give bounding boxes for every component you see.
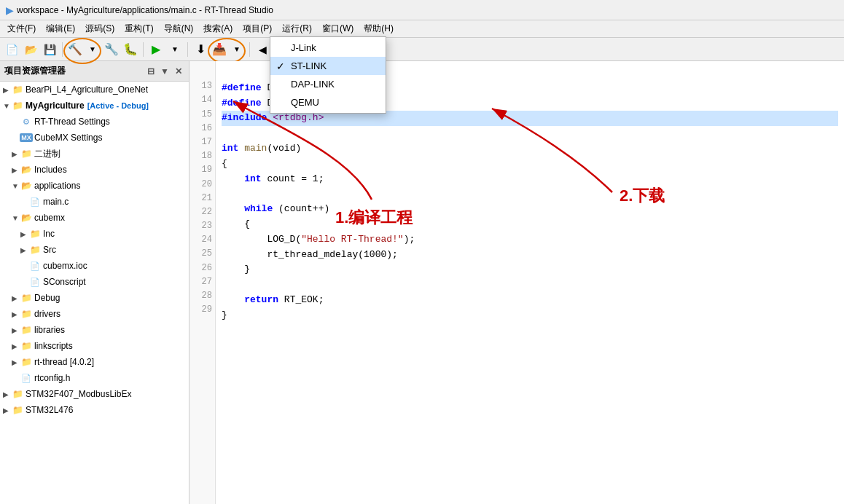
menu-window[interactable]: 窗口(W): [318, 21, 358, 36]
main-c-icon: 📄: [29, 196, 41, 208]
sidebar-collapse-btn[interactable]: ⊟: [145, 66, 157, 77]
prog-dropdown[interactable]: ▼: [228, 41, 246, 58]
cubemx-settings-icon: MX: [20, 132, 32, 143]
menu-help[interactable]: 帮助(H): [359, 21, 398, 36]
tree-item-rt-thread[interactable]: ▶ 📁 rt-thread [4.0.2]: [0, 354, 189, 370]
toolbar-sep-3: [187, 42, 188, 57]
rt-thread-arrow: ▶: [12, 358, 20, 366]
tree-item-stm32l476[interactable]: ▶ 📁 STM32L476: [0, 402, 189, 418]
sidebar-menu-btn[interactable]: ▼: [158, 66, 171, 77]
daplink-option[interactable]: DAP-LINK: [270, 75, 386, 93]
sidebar-title: 项目资源管理器: [4, 65, 66, 77]
new-button[interactable]: 📄: [3, 41, 20, 58]
menu-source[interactable]: 源码(S): [81, 21, 119, 36]
clean-button[interactable]: 🔧: [103, 41, 120, 58]
menu-refactor[interactable]: 重构(T): [120, 21, 157, 36]
stm32f407-arrow: ▶: [3, 390, 12, 398]
build-dropdown[interactable]: ▼: [84, 41, 101, 58]
daplink-label: DAP-LINK: [291, 79, 335, 90]
navigate-back[interactable]: ◀: [254, 41, 271, 58]
save-button[interactable]: 💾: [41, 41, 58, 58]
code-line-20: [222, 186, 838, 202]
code-line-25: }: [222, 262, 838, 277]
run-button[interactable]: ▶: [147, 41, 165, 58]
tree-item-includes[interactable]: ▶ 📂 Includes: [0, 162, 189, 178]
sidebar: 项目资源管理器 ⊟ ▼ ✕ ▶ 📁 BearPi_L4_Agriculture_…: [0, 61, 189, 504]
toolbar: 📄 📂 💾 🔨 ▼ 🔧 🐛 ▶ ▼ ⬇ 📥 ▼ ◀ ▶ ⤺: [0, 38, 844, 61]
download-button[interactable]: ⬇: [192, 41, 209, 58]
tree-item-bearpi[interactable]: ▶ 📁 BearPi_L4_Agriculture_OneNet: [0, 82, 189, 98]
code-content[interactable]: #define DBG_TAG "main" #define DBG_LVL D…: [216, 61, 844, 504]
code-line-17: int main(void): [222, 141, 838, 157]
sidebar-toolbar: ⊟ ▼ ✕: [145, 66, 184, 77]
menu-run[interactable]: 运行(R): [278, 21, 316, 36]
bearpi-folder-icon: 📁: [12, 84, 23, 95]
tree-item-cubemx-settings[interactable]: MX CubeMX Settings: [0, 130, 189, 146]
binary-folder-icon: 📁: [20, 148, 32, 160]
download-prog-button[interactable]: 📥: [211, 41, 228, 58]
qemu-option[interactable]: QEMU: [270, 93, 386, 111]
debug-button[interactable]: 🐛: [122, 41, 139, 58]
sidebar-close-btn[interactable]: ✕: [173, 66, 184, 77]
run-dropdown[interactable]: ▼: [166, 41, 184, 58]
code-line-29: [222, 323, 838, 339]
inc-folder-icon: 📁: [29, 228, 41, 240]
jlink-label: J-Link: [291, 42, 316, 53]
libraries-arrow: ▶: [12, 326, 20, 334]
tree-item-libraries[interactable]: ▶ 📁 libraries: [0, 322, 189, 338]
menu-edit[interactable]: 编辑(E): [42, 21, 79, 36]
menu-bar: 文件(F) 编辑(E) 源码(S) 重构(T) 导航(N) 搜索(A) 项目(P…: [0, 20, 844, 38]
qemu-label: QEMU: [291, 97, 319, 108]
tree-item-myagri[interactable]: ▼ 📁 MyAgriculture [Active - Debug]: [0, 98, 189, 114]
active-label: [Active - Debug]: [87, 101, 149, 110]
tree-item-applications[interactable]: ▼ 📂 applications: [0, 178, 189, 194]
tree-item-cubemx-ioc[interactable]: 📄 cubemx.ioc: [0, 258, 189, 274]
cubemx-label: cubemx: [34, 213, 65, 223]
tree-item-rtconfig[interactable]: 📄 rtconfig.h: [0, 370, 189, 386]
rt-settings-label: RT-Thread Settings: [34, 117, 110, 127]
tree-item-drivers[interactable]: ▶ 📁 drivers: [0, 306, 189, 322]
tree-item-linkscripts[interactable]: ▶ 📁 linkscripts: [0, 338, 189, 354]
stlink-check: ✓: [276, 60, 285, 72]
code-line-26: [222, 277, 838, 293]
sidebar-header: 项目资源管理器 ⊟ ▼ ✕: [0, 61, 189, 82]
code-editor[interactable]: 13 14 15 16 17 18 19 20 21 22 23 24 25 2…: [189, 61, 844, 504]
tree-item-inc[interactable]: ▶ 📁 Inc: [0, 226, 189, 242]
rtconfig-icon: 📄: [20, 372, 32, 384]
cubemx-ioc-icon: 📄: [29, 260, 41, 272]
menu-search[interactable]: 搜索(A): [199, 21, 237, 36]
menu-project[interactable]: 项目(P): [238, 21, 276, 36]
app-icon: ▶: [6, 4, 14, 16]
code-line-24: rt_thread_mdelay(1000);: [222, 248, 838, 263]
inc-label: Inc: [43, 229, 55, 239]
stm32l476-arrow: ▶: [3, 406, 12, 414]
open-button[interactable]: 📂: [22, 41, 39, 58]
tree-item-rt-settings[interactable]: ⚙ RT-Thread Settings: [0, 114, 189, 130]
tree-item-src[interactable]: ▶ 📁 Src: [0, 242, 189, 258]
jlink-option[interactable]: J-Link: [270, 39, 386, 57]
myagri-label: MyAgriculture: [26, 101, 85, 111]
menu-navigate[interactable]: 导航(N): [160, 21, 198, 36]
linkscripts-folder-icon: 📁: [20, 340, 32, 352]
src-arrow: ▶: [20, 246, 29, 254]
toolbar-sep-1: [62, 42, 63, 57]
code-line-19: int count = 1;: [222, 172, 838, 187]
stlink-option[interactable]: ✓ ST-LINK: [270, 57, 386, 75]
menu-file[interactable]: 文件(F): [3, 21, 40, 36]
rt-thread-folder-icon: 📁: [20, 356, 32, 368]
myagri-folder-icon: 📁: [12, 100, 23, 111]
build-button[interactable]: 🔨: [66, 41, 84, 58]
cubemx-folder-icon: 📂: [20, 212, 32, 224]
tree-item-cubemx[interactable]: ▼ 📂 cubemx: [0, 210, 189, 226]
stm32f407-label: STM32F407_ModbusLibEx: [26, 389, 131, 399]
tree-item-main-c[interactable]: 📄 main.c: [0, 194, 189, 210]
stm32l476-folder-icon: 📁: [12, 404, 23, 416]
tree-item-stm32f407[interactable]: ▶ 📁 STM32F407_ModbusLibEx: [0, 386, 189, 402]
tree-item-debug[interactable]: ▶ 📁 Debug: [0, 290, 189, 306]
stm32f407-folder-icon: 📁: [12, 388, 23, 400]
src-folder-icon: 📁: [29, 244, 41, 256]
stlink-label: ST-LINK: [291, 60, 327, 71]
libraries-label: libraries: [34, 325, 65, 335]
tree-item-sconscript[interactable]: 📄 SConscript: [0, 274, 189, 290]
tree-item-binary[interactable]: ▶ 📁 二进制: [0, 146, 189, 162]
